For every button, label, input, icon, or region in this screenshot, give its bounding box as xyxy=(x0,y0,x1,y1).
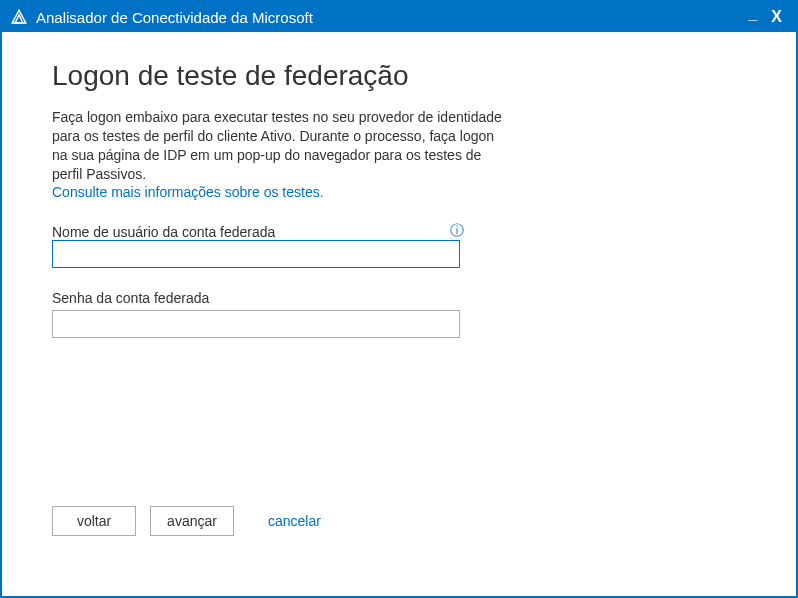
username-label-row: Nome de usuário da conta federada ⓘ xyxy=(52,224,462,240)
username-input[interactable] xyxy=(52,240,460,268)
description-text: Faça logon embaixo para executar testes … xyxy=(52,108,512,184)
back-button[interactable]: voltar xyxy=(52,506,136,536)
username-label: Nome de usuário da conta federada xyxy=(52,224,275,240)
window-controls: _ X xyxy=(748,9,788,25)
info-icon[interactable]: ⓘ xyxy=(450,222,464,240)
close-button[interactable]: X xyxy=(771,9,782,25)
titlebar: Analisador de Conectividade da Microsoft… xyxy=(2,2,796,32)
next-button[interactable]: avançar xyxy=(150,506,234,536)
window-title: Analisador de Conectividade da Microsoft xyxy=(36,9,748,26)
password-input[interactable] xyxy=(52,310,460,338)
spacer xyxy=(52,360,746,496)
description-block: Faça logon embaixo para executar testes … xyxy=(52,108,746,200)
minimize-button[interactable]: _ xyxy=(748,6,757,22)
content-area: Logon de teste de federação Faça logon e… xyxy=(2,32,796,596)
username-row: Nome de usuário da conta federada ⓘ xyxy=(52,224,746,268)
password-row: Senha da conta federada xyxy=(52,290,746,338)
password-label: Senha da conta federada xyxy=(52,290,209,306)
page-title: Logon de teste de federação xyxy=(52,60,746,92)
form-area: Nome de usuário da conta federada ⓘ Senh… xyxy=(52,224,746,360)
password-label-row: Senha da conta federada xyxy=(52,290,746,306)
app-logo-icon xyxy=(10,8,28,26)
app-window: Analisador de Conectividade da Microsoft… xyxy=(0,0,798,598)
help-link[interactable]: Consulte mais informações sobre os teste… xyxy=(52,184,324,200)
cancel-link[interactable]: cancelar xyxy=(268,513,321,529)
button-row: voltar avançar cancelar xyxy=(52,506,746,536)
